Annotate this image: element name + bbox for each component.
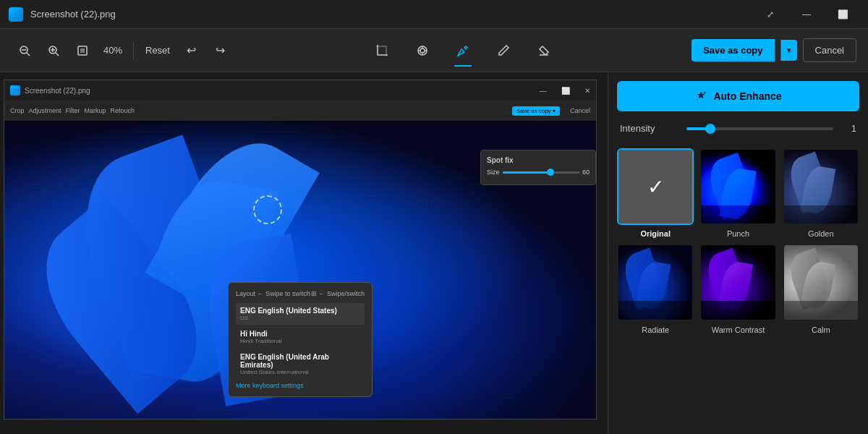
spot-slider-fill	[503, 171, 549, 174]
input-option-1-sub: US	[240, 315, 360, 321]
zoom-level: 40%	[98, 45, 127, 56]
inner-screenshot: Screenshot (22).png — ⬜ ✕ Crop Adjustmen…	[4, 80, 597, 420]
filter-thumb-punch	[699, 148, 776, 225]
spot-slider-thumb	[547, 169, 554, 176]
intensity-value: 1	[842, 123, 856, 134]
filter-name-golden: Golden	[808, 229, 833, 238]
input-popup: Layout ← Swipe to switch ⊞ ← Swipe/switc…	[228, 282, 373, 397]
filter-name-radiate: Radiate	[642, 326, 669, 334]
spot-fix-size-row: Size 60	[487, 169, 590, 176]
inner-title: Screenshot (22).png	[25, 87, 90, 95]
input-option-2-title: Hi Hindi	[240, 330, 360, 338]
inner-canvas: Spot fix Size 60 Layout ← Swipe to switc…	[4, 121, 596, 419]
adjust-tool[interactable]	[408, 36, 437, 65]
checkmark-icon: ✓	[647, 175, 664, 199]
title-bar-controls: ⤢ — ⬜	[754, 3, 859, 26]
input-option-1[interactable]: ENG English (United States) US	[236, 303, 365, 325]
input-option-2-sub: Hindi Traditional	[240, 338, 360, 344]
cancel-button[interactable]: Cancel	[803, 38, 856, 62]
markup-tool[interactable]	[489, 36, 518, 65]
intensity-slider[interactable]	[686, 127, 833, 130]
reset-button[interactable]: Reset	[140, 42, 176, 59]
intensity-label: Intensity	[620, 123, 678, 134]
intensity-thumb	[705, 124, 715, 134]
minimize-button[interactable]: —	[790, 3, 823, 26]
toolbar-divider	[133, 42, 134, 59]
spot-fix-size-label: Size	[487, 169, 500, 176]
spot-fix-panel: Spot fix Size 60	[480, 150, 596, 185]
title-bar: Screenshot (22).png ⤢ — ⬜	[0, 0, 868, 29]
retouch-tool[interactable]	[448, 36, 477, 65]
svg-point-12	[697, 99, 698, 101]
svg-line-1	[27, 53, 30, 56]
filter-name-original: Original	[640, 229, 671, 238]
filter-calm[interactable]: Calm	[783, 244, 859, 333]
thumb-inner-calm	[784, 245, 858, 319]
save-copy-button[interactable]: Save as copy	[692, 39, 774, 61]
selection-circle	[253, 195, 282, 224]
filter-thumb-golden	[783, 148, 859, 225]
thumb-inner-radiate	[618, 245, 692, 319]
window-title: Screenshot (22).png	[30, 9, 116, 20]
toolbar-actions: Save as copy ▾ Cancel	[692, 38, 856, 62]
maximize-button[interactable]: ⬜	[826, 3, 859, 26]
spot-fix-title: Spot fix	[487, 156, 590, 164]
auto-enhance-button[interactable]: Auto Enhance	[617, 81, 859, 111]
thumb-inner-punch	[701, 150, 775, 224]
intensity-row: Intensity 1	[608, 120, 868, 142]
filter-thumb-original: ✓	[617, 148, 694, 225]
zoom-out-button[interactable]	[12, 38, 38, 64]
filter-radiate[interactable]: Radiate	[617, 244, 694, 333]
redo-button[interactable]: ↪	[208, 38, 234, 64]
svg-point-10	[420, 48, 425, 53]
title-bar-left: Screenshot (22).png	[9, 7, 116, 22]
thumb-inner-golden	[784, 150, 858, 224]
input-option-3[interactable]: ENG English (United Arab Emirates) Unite…	[236, 349, 365, 379]
inner-toolbar: Crop Adjustment Filter Markup Retouch Sa…	[4, 101, 596, 121]
spot-fix-size-value: 60	[582, 169, 590, 176]
main-content: Screenshot (22).png — ⬜ ✕ Crop Adjustmen…	[0, 72, 868, 434]
input-option-1-title: ENG English (United States)	[240, 307, 360, 315]
undo-button[interactable]: ↩	[179, 38, 205, 64]
erase-tool[interactable]	[529, 36, 558, 65]
inner-save-btn: Save as copy ▾	[512, 106, 560, 116]
fit-button[interactable]	[69, 38, 95, 64]
input-option-2[interactable]: Hi Hindi Hindi Traditional	[236, 326, 365, 348]
right-panel: Auto Enhance Intensity 1 ✓ Origi	[608, 72, 868, 434]
filter-thumb-warm-contrast	[699, 244, 776, 320]
input-popup-header: Layout ← Swipe to switch ⊞ ← Swipe/switc…	[236, 290, 365, 297]
toolbar-tools	[239, 36, 686, 65]
intensity-track	[686, 127, 833, 130]
filter-name-warm-contrast: Warm Contrast	[712, 326, 765, 334]
filter-punch[interactable]: Punch	[699, 148, 776, 238]
save-dropdown-button[interactable]: ▾	[780, 40, 797, 61]
canvas-area[interactable]: Screenshot (22).png — ⬜ ✕ Crop Adjustmen…	[0, 72, 608, 434]
input-option-3-sub: United States-International	[240, 369, 360, 375]
input-more-settings[interactable]: More keyboard settings	[236, 382, 365, 389]
input-popup-title: Layout ← Swipe to switch	[236, 290, 310, 297]
toolbar-zoom-controls: 40% Reset ↩ ↪	[12, 38, 234, 64]
filter-warm-contrast[interactable]: Warm Contrast	[699, 244, 776, 333]
auto-enhance-label: Auto Enhance	[713, 90, 781, 102]
filter-name-punch: Punch	[727, 229, 749, 238]
spot-fix-slider[interactable]	[503, 171, 579, 174]
filter-golden[interactable]: Golden	[783, 148, 859, 238]
crop-tool[interactable]	[367, 36, 396, 65]
zoom-in-button[interactable]	[41, 38, 67, 64]
svg-line-4	[56, 53, 59, 56]
thumb-inner-warm-contrast	[701, 245, 775, 319]
filter-thumb-radiate	[617, 244, 694, 320]
filter-original[interactable]: ✓ Original	[617, 148, 694, 238]
filter-name-calm: Calm	[812, 326, 830, 334]
inner-title-bar: Screenshot (22).png — ⬜ ✕	[4, 80, 596, 101]
inner-app-icon	[10, 85, 20, 95]
app-icon	[9, 7, 23, 22]
svg-point-11	[704, 92, 706, 94]
filter-thumb-calm	[783, 244, 859, 320]
input-option-3-title: ENG English (United Arab Emirates)	[240, 353, 360, 369]
toolbar: 40% Reset ↩ ↪	[0, 29, 868, 72]
expand-button[interactable]: ⤢	[754, 3, 787, 26]
filter-grid: ✓ Original Punch	[608, 142, 868, 340]
svg-rect-8	[80, 48, 85, 53]
thumb-inner-original: ✓	[618, 150, 692, 224]
